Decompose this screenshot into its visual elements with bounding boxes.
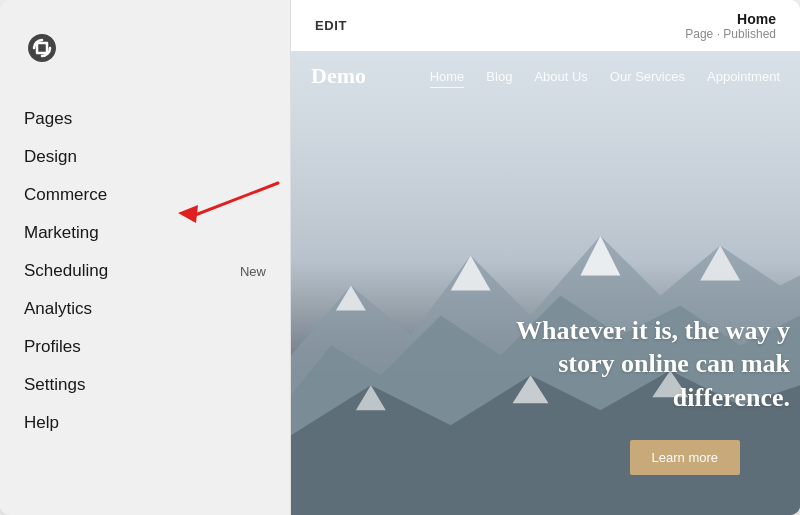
design-label: Design	[24, 147, 77, 167]
sidebar-item-scheduling[interactable]: Scheduling New	[0, 252, 290, 290]
hero-headline: Whatever it is, the way y story online c…	[516, 314, 790, 415]
page-status: Page · Published	[685, 27, 776, 41]
nav-link-home[interactable]: Home	[430, 69, 465, 84]
main-content: EDIT Home Page · Published	[290, 0, 800, 515]
sidebar-item-analytics[interactable]: Analytics	[0, 290, 290, 328]
sidebar-item-pages[interactable]: Pages	[0, 100, 290, 138]
marketing-label: Marketing	[24, 223, 99, 243]
hero-line3: difference.	[673, 383, 790, 412]
pages-label: Pages	[24, 109, 72, 129]
hero-line2: story online can mak	[558, 349, 790, 378]
sidebar-item-commerce[interactable]: Commerce	[0, 176, 290, 214]
commerce-label: Commerce	[24, 185, 107, 205]
website-preview: Demo Home Blog About Us Our Services App…	[291, 52, 800, 515]
logo-area	[0, 20, 290, 100]
learn-more-button[interactable]: Learn more	[630, 440, 740, 475]
hero-text: Whatever it is, the way y story online c…	[516, 314, 790, 415]
nav-link-appointment[interactable]: Appointment	[707, 69, 780, 84]
help-label: Help	[24, 413, 59, 433]
page-title: Home	[685, 11, 776, 27]
new-badge: New	[240, 264, 266, 279]
sidebar-item-design[interactable]: Design	[0, 138, 290, 176]
analytics-label: Analytics	[24, 299, 92, 319]
nav-menu: Pages Design Commerce Marketing Scheduli…	[0, 100, 290, 442]
edit-label: EDIT	[315, 18, 347, 33]
sidebar-item-marketing[interactable]: Marketing	[0, 214, 290, 252]
learn-more-label: Learn more	[652, 450, 718, 465]
sidebar-item-profiles[interactable]: Profiles	[0, 328, 290, 366]
top-bar: EDIT Home Page · Published	[291, 0, 800, 52]
settings-label: Settings	[24, 375, 85, 395]
squarespace-logo-icon	[24, 30, 60, 66]
site-nav-links: Home Blog About Us Our Services Appointm…	[430, 69, 780, 84]
nav-link-services[interactable]: Our Services	[610, 69, 685, 84]
scheduling-label: Scheduling	[24, 261, 108, 281]
site-logo: Demo	[311, 63, 366, 89]
nav-link-about[interactable]: About Us	[534, 69, 587, 84]
page-info: Home Page · Published	[685, 11, 776, 41]
hero-line1: Whatever it is, the way y	[516, 316, 790, 345]
sidebar-item-help[interactable]: Help	[0, 404, 290, 442]
sidebar: Pages Design Commerce Marketing Scheduli…	[0, 0, 290, 515]
sidebar-item-settings[interactable]: Settings	[0, 366, 290, 404]
site-nav: Demo Home Blog About Us Our Services App…	[291, 52, 800, 100]
profiles-label: Profiles	[24, 337, 81, 357]
nav-link-blog[interactable]: Blog	[486, 69, 512, 84]
